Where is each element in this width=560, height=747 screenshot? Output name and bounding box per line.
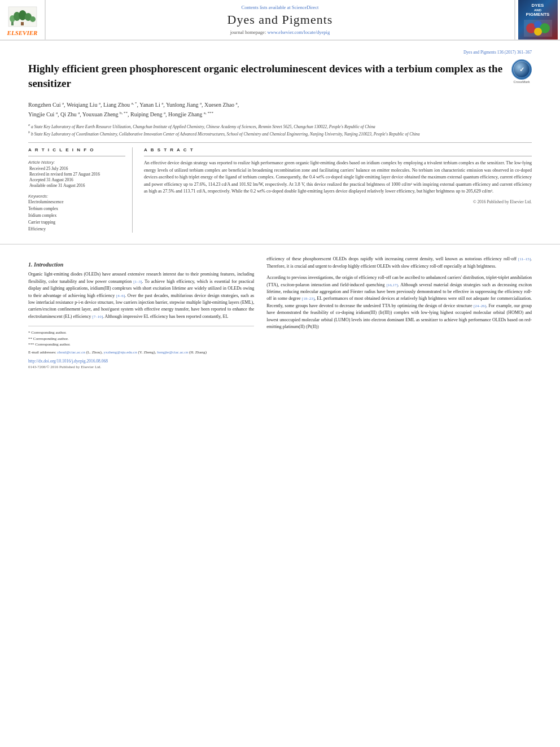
elsevier-logo-area: ELSEVIER	[0, 0, 45, 40]
ref-18-23: [18–23]	[302, 296, 314, 301]
doi-link[interactable]: http://dx.doi.org/10.1016/j.dyepig.2016.…	[28, 359, 254, 364]
ref-11-15: [11–15]	[518, 257, 531, 261]
title-area: Highly efficient green phosphorescent or…	[28, 57, 532, 96]
keyword-1: Electroluminescence	[28, 199, 125, 206]
journal-header: ELSEVIER Contents lists available at Sci…	[0, 0, 560, 41]
intro-heading: 1. Introduction	[28, 261, 254, 268]
ref-4-6: [4–6]	[116, 294, 125, 298]
elsevier-branding: ELSEVIER	[6, 4, 40, 36]
abstract-divider	[144, 156, 532, 156]
footnote-1: * Corresponding author.	[28, 330, 254, 336]
received-date: Received 25 July 2016	[29, 166, 125, 171]
elsevier-tree-icon	[6, 4, 40, 29]
keywords-list: Electroluminescence Terbium complex Irid…	[28, 199, 125, 233]
right-main-col: efficiency of these phosphorescent OLEDs…	[266, 256, 532, 369]
footnote-2: ** Corresponding author.	[28, 336, 254, 342]
intro-paragraph-2: efficiency of these phosphorescent OLEDs…	[266, 256, 532, 270]
info-divider	[28, 156, 125, 156]
article-title: Highly efficient green phosphorescent or…	[28, 62, 506, 90]
svg-text:✓: ✓	[519, 66, 524, 73]
journal-title-area: Contents lists available at ScienceDirec…	[45, 0, 515, 40]
email-footnote: E-mail addresses: zhoul@ciac.ac.cn (L. Z…	[28, 350, 254, 356]
abstract-heading: A B S T R A C T	[144, 147, 532, 152]
svg-point-6	[30, 16, 36, 22]
authors-line: Rongzhen Cui a, Weiqiang Liu a, Liang Zh…	[28, 101, 532, 119]
dp-logo-box: DYES AND PIGMENTS	[518, 0, 558, 40]
received-revised: Received in revised form 27 August 2016	[29, 172, 125, 177]
divider-1	[28, 142, 532, 143]
email-1[interactable]: zhoul@ciac.ac.cn	[57, 350, 85, 355]
svg-rect-7	[21, 22, 24, 25]
keyword-2: Terbium complex	[28, 206, 125, 212]
ref-7-10: [7–10]	[92, 314, 103, 319]
keywords-section: Keywords: Electroluminescence Terbium co…	[28, 194, 125, 233]
left-main-col: 1. Introduction Organic light-emitting d…	[28, 256, 254, 369]
page: ELSEVIER Contents lists available at Sci…	[0, 0, 560, 747]
abstract-column: A B S T R A C T An effective device desi…	[144, 147, 532, 233]
article-info-heading: A R T I C L E I N F O	[28, 147, 125, 152]
article-info-column: A R T I C L E I N F O Article history: R…	[28, 147, 133, 233]
dyes-pigments-logo: DYES AND PIGMENTS	[515, 0, 560, 40]
affiliations: a a State Key Laboratory of Rare Earth R…	[28, 123, 532, 137]
homepage-line: journal homepage: www.elsevier.com/locat…	[230, 29, 330, 35]
keywords-label: Keywords:	[28, 194, 125, 199]
intro-paragraph-1: Organic light-emitting diodes (OLEDs) ha…	[28, 271, 254, 320]
copyright: © 2016 Published by Elsevier Ltd.	[144, 199, 532, 204]
keyword-3: Iridium complex	[28, 212, 125, 219]
svg-point-11	[534, 28, 542, 36]
sciencedirect-link[interactable]: ScienceDirect	[292, 5, 319, 10]
available-date: Available online 31 August 2016	[29, 183, 125, 188]
history-label: Article history:	[28, 160, 125, 165]
main-content: 1. Introduction Organic light-emitting d…	[0, 244, 560, 381]
ref-16-17: [16,17]	[386, 283, 397, 287]
email-3[interactable]: hongjie@ciac.ac.cn	[157, 350, 188, 355]
issn-line: 0143-7208/© 2016 Published by Elsevier L…	[28, 365, 254, 369]
elsevier-wordmark: ELSEVIER	[6, 29, 40, 36]
article-body: Dyes and Pigments 136 (2017) 361–367 Hig…	[0, 41, 560, 244]
keyword-5: Efficiency	[28, 226, 125, 233]
info-abstract-section: A R T I C L E I N F O Article history: R…	[28, 147, 532, 233]
accepted-date: Accepted 31 August 2016	[29, 177, 125, 182]
ref-1-3: [1–3]	[133, 279, 142, 284]
crossmark-icon: ✓	[511, 59, 532, 80]
availability-line: Contents lists available at ScienceDirec…	[242, 5, 319, 10]
abstract-text: An effective device design strategy was …	[144, 160, 532, 195]
ref-24-26: [24–26]	[474, 304, 486, 308]
footnote-3: *** Corresponding author.	[28, 342, 254, 348]
footnote-area: * Corresponding author. ** Corresponding…	[28, 326, 254, 355]
crossmark-badge: ✓ CrossMark	[511, 59, 532, 80]
intro-paragraph-3: According to previous investigations, th…	[266, 274, 532, 330]
main-two-col: 1. Introduction Organic light-emitting d…	[28, 256, 532, 369]
volume-info: Dyes and Pigments 136 (2017) 361–367	[28, 50, 532, 55]
keyword-4: Carrier trapping	[28, 219, 125, 226]
homepage-url[interactable]: www.elsevier.com/locate/dyepig	[267, 29, 330, 35]
email-2[interactable]: yxzheng@nju.edu.cn	[103, 350, 137, 355]
journal-title: Dyes and Pigments	[228, 12, 333, 27]
